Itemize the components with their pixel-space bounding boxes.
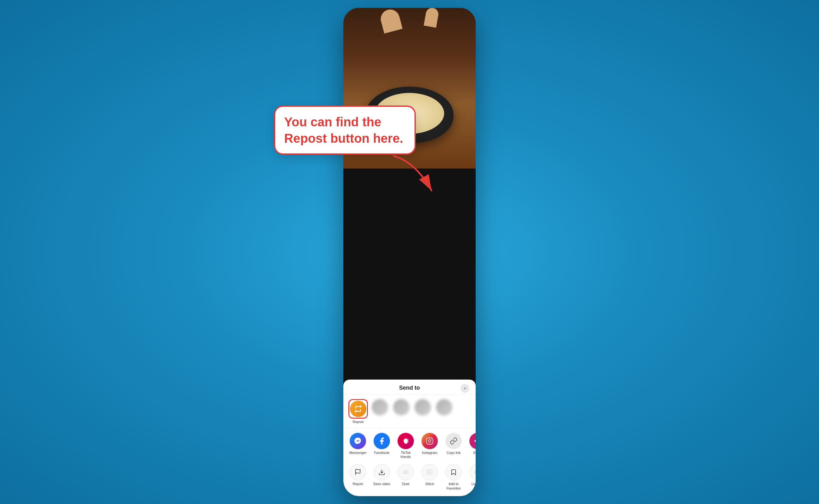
duet-label: Duet (402, 482, 409, 486)
svg-point-1 (428, 440, 431, 442)
action-report[interactable]: Report (348, 464, 367, 490)
stitch-icon (421, 464, 438, 480)
facebook-icon (374, 433, 390, 449)
actions-row: Report Save video (343, 461, 476, 495)
copy-link-icon (445, 433, 462, 449)
action-save-video[interactable]: Save video (372, 464, 391, 490)
live-photo-svg (474, 469, 476, 476)
svg-rect-0 (427, 438, 433, 444)
blurred-avatar-3 (415, 399, 431, 415)
save-video-icon (374, 464, 390, 480)
phone-frame: Send to × Repost (343, 8, 476, 496)
app-instagram[interactable]: Instagram (420, 433, 439, 459)
tiktok-friends-label: TikTokfriends (400, 451, 411, 459)
bottom-bar (343, 495, 476, 496)
tiktok-friends-icon (398, 433, 414, 449)
stitch-svg (426, 469, 433, 476)
tiktok-friends-svg (402, 438, 409, 444)
action-duet[interactable]: Duet (396, 464, 415, 490)
story-label: Stor... (473, 451, 476, 455)
repost-avatar (350, 401, 366, 417)
blurred-avatar-4 (436, 399, 452, 415)
blurred-contact-4[interactable] (435, 399, 454, 424)
hands-area (343, 8, 476, 33)
copy-link-label: Copy link (446, 451, 461, 455)
callout-text: You can find the Repost button here. (284, 115, 403, 145)
messenger-label: Messenger (349, 451, 366, 455)
messenger-svg (354, 437, 362, 445)
facebook-label: Facebook (374, 451, 389, 455)
save-video-label: Save video (373, 482, 390, 486)
blurred-contact-3[interactable] (413, 399, 432, 424)
svg-point-2 (431, 439, 432, 440)
share-title: Send to (399, 385, 420, 391)
report-icon (350, 464, 366, 480)
duet-svg (402, 469, 409, 476)
duet-icon (398, 464, 414, 480)
facebook-svg (378, 437, 386, 445)
hand-right (424, 8, 439, 28)
story-icon: ✚ (469, 433, 476, 449)
svg-rect-10 (430, 473, 432, 475)
hand-left (379, 8, 403, 34)
share-header: Send to × (343, 380, 476, 395)
repost-highlight-box (348, 399, 368, 419)
action-stitch[interactable]: Stitch (420, 464, 439, 490)
svg-rect-7 (427, 470, 429, 472)
apps-row: Messenger Facebook (343, 428, 476, 461)
blurred-avatar-2 (393, 399, 409, 415)
close-button[interactable]: × (461, 384, 469, 393)
live-photo-label: Live p... (472, 482, 476, 486)
repost-avatar-item[interactable]: Repost (348, 399, 368, 424)
app-facebook[interactable]: Facebook (372, 433, 391, 459)
scene-container: Send to × Repost (268, 8, 551, 496)
add-to-favorites-icon (445, 464, 462, 480)
repost-label: Repost (353, 420, 364, 424)
instagram-label: Instagram (422, 451, 438, 455)
copy-link-svg (450, 437, 457, 445)
svg-rect-8 (430, 470, 432, 472)
stitch-label: Stitch (425, 482, 434, 486)
app-messenger[interactable]: Messenger (348, 433, 367, 459)
save-video-svg (378, 469, 385, 476)
action-add-to-favorites[interactable]: Add to Favorites (444, 464, 463, 490)
blurred-avatar-1 (372, 399, 388, 415)
add-to-favorites-label: Add to Favorites (444, 482, 463, 490)
blurred-contact-2[interactable] (392, 399, 411, 424)
blurred-contact-1[interactable] (370, 399, 389, 424)
callout-bubble: You can find the Repost button here. (274, 106, 416, 155)
messenger-icon (350, 433, 366, 449)
app-story[interactable]: ✚ Stor... (468, 433, 476, 459)
share-sheet: Send to × Repost (343, 380, 476, 496)
report-svg (354, 469, 361, 476)
repost-icon (353, 404, 363, 414)
avatars-row: Repost (343, 395, 476, 428)
instagram-icon (421, 433, 438, 449)
app-tiktok-friends[interactable]: TikTokfriends (396, 433, 415, 459)
report-label: Report (352, 482, 363, 486)
svg-rect-9 (427, 473, 429, 475)
add-to-favorites-svg (450, 469, 457, 476)
app-copy-link[interactable]: Copy link (444, 433, 463, 459)
action-live-photo[interactable]: Live p... (468, 464, 476, 490)
instagram-svg (426, 437, 433, 445)
live-photo-icon (469, 464, 476, 480)
